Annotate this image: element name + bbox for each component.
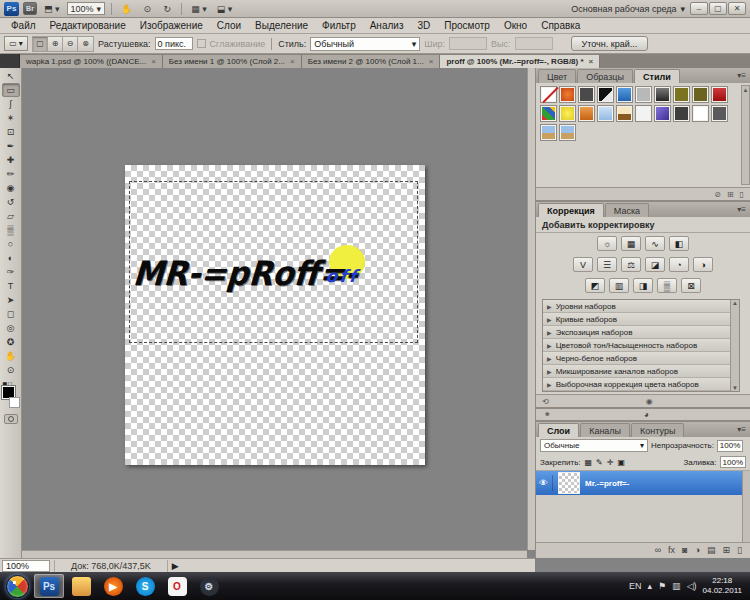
menu-item[interactable]: Редактирование	[43, 18, 133, 33]
expand-arrow-icon[interactable]: ▶	[547, 355, 552, 362]
adjustment-icon[interactable]: ◨	[633, 278, 653, 293]
tab-styles[interactable]: Стили	[634, 69, 680, 83]
lock-icon[interactable]: ✎	[595, 457, 604, 468]
view-extras-icon[interactable]: ⬒ ▾	[41, 2, 63, 16]
taskbar-app[interactable]: ⚙	[194, 574, 224, 598]
adjustment-icon[interactable]: ◩	[585, 278, 605, 293]
taskbar-app[interactable]: Ps	[34, 574, 64, 598]
style-swatch[interactable]	[559, 124, 576, 141]
tray-icon[interactable]: ▴	[648, 581, 653, 591]
new-style-icon[interactable]: ⊞	[727, 190, 734, 199]
tool-button[interactable]: ◎	[2, 321, 20, 335]
layers-footer-icon[interactable]: ◑	[695, 545, 700, 555]
clip-layer-icon[interactable]: ◉	[646, 397, 653, 406]
tab-paths[interactable]: Контуры	[631, 423, 684, 437]
preset-group-row[interactable]: ▶ Экспозиция наборов	[543, 326, 739, 339]
tool-button[interactable]: ↺	[2, 195, 20, 209]
taskbar-app[interactable]: S	[130, 574, 160, 598]
taskbar-app[interactable]: ▶	[98, 574, 128, 598]
tool-button[interactable]: ○	[2, 237, 20, 251]
tool-button[interactable]: ✑	[2, 265, 20, 279]
styles-scrollbar[interactable]: ▲	[741, 85, 750, 185]
close-button[interactable]: ✕	[728, 2, 746, 15]
preset-group-row[interactable]: ▶ Цветовой тон/Насыщенность наборов	[543, 339, 739, 352]
taskbar-app[interactable]	[66, 574, 96, 598]
style-swatch[interactable]	[654, 105, 671, 122]
tool-button[interactable]: ⊡	[2, 125, 20, 139]
taskbar-app[interactable]: O	[162, 574, 192, 598]
status-zoom-input[interactable]: 100%	[2, 560, 50, 572]
taskbar-clock[interactable]: 22:18 04.02.2011	[703, 576, 742, 596]
style-swatch[interactable]	[540, 124, 557, 141]
menu-item[interactable]: Файл	[4, 18, 43, 33]
tab-adjustments[interactable]: Коррекция	[538, 203, 604, 217]
adjustment-icon[interactable]: ◧	[669, 236, 689, 251]
adjustment-icon[interactable]: ⚖	[621, 257, 641, 272]
fill-input[interactable]: 100%	[720, 456, 746, 468]
tool-button[interactable]: ✚	[2, 153, 20, 167]
adjustment-icon[interactable]: ◔	[669, 257, 689, 272]
hand-tool-icon[interactable]: ✋	[118, 2, 135, 16]
tool-button[interactable]: ◉	[2, 181, 20, 195]
layers-footer-icon[interactable]: ◙	[682, 545, 687, 555]
intersect-selection-icon[interactable]: ⊗	[78, 37, 93, 51]
tab-swatches[interactable]: Образцы	[577, 69, 633, 83]
expand-arrow-icon[interactable]: ▶	[547, 342, 552, 349]
layers-footer-icon[interactable]: fx	[668, 545, 675, 555]
expand-arrow-icon[interactable]: ▶	[547, 381, 552, 388]
tab-layers[interactable]: Слои	[538, 423, 579, 437]
tab-masks[interactable]: Маска	[605, 203, 649, 217]
lock-icon[interactable]: ✛	[606, 457, 615, 468]
close-tab-icon[interactable]: ×	[429, 57, 434, 66]
tool-button[interactable]: T	[2, 279, 20, 293]
layer-row[interactable]: 👁 Mr.-=proff=-	[536, 471, 750, 495]
layers-footer-icon[interactable]: ∞	[655, 545, 661, 555]
style-swatch[interactable]	[597, 105, 614, 122]
preset-group-row[interactable]: ▶ Уровни наборов	[543, 300, 739, 313]
close-tab-icon[interactable]: ×	[151, 57, 156, 66]
horizontal-scrollbar[interactable]	[22, 550, 527, 558]
feather-input[interactable]: 0 пикс.	[155, 37, 193, 50]
close-tab-icon[interactable]: ×	[290, 57, 295, 66]
expand-arrow-icon[interactable]: ▶	[547, 316, 552, 323]
tray-icon[interactable]: ▥	[672, 581, 681, 591]
style-swatch[interactable]	[654, 86, 671, 103]
menu-item[interactable]: Справка	[534, 18, 587, 33]
tool-button[interactable]: ✒	[2, 139, 20, 153]
refine-edge-button[interactable]: Уточн. край...	[571, 36, 649, 51]
style-swatch[interactable]	[578, 86, 595, 103]
style-swatch[interactable]	[540, 105, 557, 122]
expand-arrow-icon[interactable]: ▶	[547, 329, 552, 336]
panel-menu-icon[interactable]: ▾≡	[737, 205, 746, 214]
style-swatch[interactable]	[597, 86, 614, 103]
style-swatch[interactable]	[559, 86, 576, 103]
menu-item[interactable]: Окно	[497, 18, 534, 33]
tool-button[interactable]: ◻	[2, 307, 20, 321]
preset-group-row[interactable]: ▶ Микширование каналов наборов	[543, 365, 739, 378]
style-dropdown[interactable]: Обычный▾	[310, 37, 420, 51]
style-swatch[interactable]	[616, 86, 633, 103]
bridge-icon[interactable]: Br	[23, 2, 37, 15]
tool-button[interactable]: ʃ	[2, 97, 20, 111]
menu-item[interactable]: Просмотр	[437, 18, 497, 33]
tab-channels[interactable]: Каналы	[580, 423, 630, 437]
screen-mode-icon[interactable]: ⬓ ▾	[214, 2, 236, 16]
document-tab[interactable]: wapka 1.psd @ 100% ((DANCE... ×	[20, 55, 163, 68]
layers-footer-icon[interactable]: ⊞	[723, 545, 731, 555]
tool-button[interactable]: ↖	[2, 69, 20, 83]
tray-icon[interactable]: ◁)	[687, 581, 697, 591]
tool-button[interactable]: ▒	[2, 223, 20, 237]
background-color-swatch[interactable]	[9, 397, 20, 408]
menu-item[interactable]: Фильтр	[315, 18, 363, 33]
zoom-tool-icon[interactable]: ⊙	[139, 2, 155, 16]
layers-scrollbar[interactable]	[742, 471, 750, 542]
document-tab[interactable]: proff @ 100% (Mr.-=proff=-, RGB/8) * ×	[440, 55, 600, 68]
antialias-checkbox[interactable]	[197, 39, 206, 48]
style-swatch[interactable]	[692, 86, 709, 103]
clear-style-icon[interactable]: ⊘	[714, 190, 721, 199]
rotate-view-icon[interactable]: ↻	[159, 2, 175, 16]
preset-group-row[interactable]: ▶ Выборочная коррекция цвета наборов	[543, 378, 739, 391]
add-selection-icon[interactable]: ⊕	[48, 37, 63, 51]
adjustment-icon[interactable]: ∿	[645, 236, 665, 251]
lock-icon[interactable]: ▦	[584, 457, 594, 468]
